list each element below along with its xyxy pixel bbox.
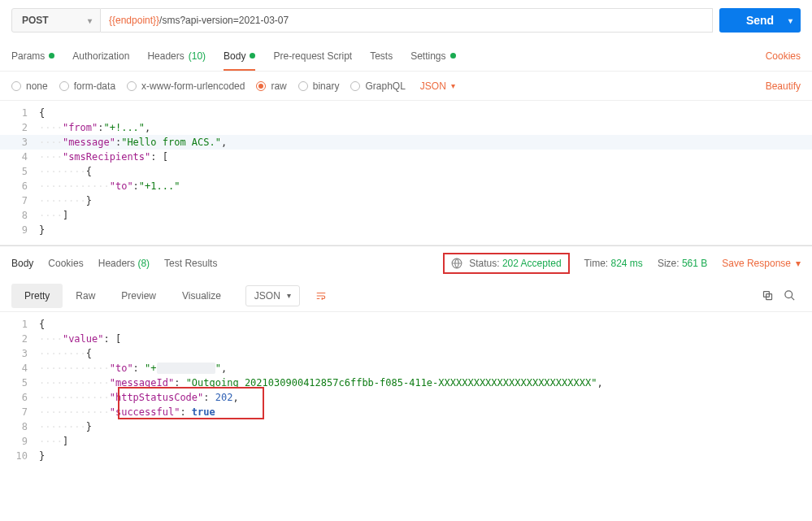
save-response-button[interactable]: Save Response▾: [722, 258, 801, 269]
raw-format-select[interactable]: JSON▾: [420, 80, 455, 92]
cookies-link[interactable]: Cookies: [766, 50, 801, 62]
tab-tests[interactable]: Tests: [370, 42, 393, 70]
time-meta: Time: 824 ms: [584, 258, 643, 269]
radio-raw[interactable]: raw: [256, 80, 286, 92]
svg-point-3: [785, 291, 792, 298]
response-tab-cookies[interactable]: Cookies: [48, 258, 83, 269]
http-method-value: POST: [22, 15, 49, 26]
radio-binary[interactable]: binary: [298, 80, 340, 92]
view-visualize[interactable]: Visualize: [169, 284, 234, 308]
status-highlight-box: Status: 202 Accepted: [443, 253, 569, 274]
send-button[interactable]: Send ▾: [719, 8, 801, 33]
tab-prerequest[interactable]: Pre-request Script: [273, 42, 352, 70]
tab-settings[interactable]: Settings: [410, 42, 455, 70]
view-raw[interactable]: Raw: [63, 284, 108, 308]
request-body-editor[interactable]: 1{ 2····"from":"+!...", 3····"message":"…: [0, 101, 812, 245]
radio-xwww[interactable]: x-www-form-urlencoded: [127, 80, 245, 92]
url-path: /sms?api-version=2021-03-07: [159, 15, 289, 26]
tab-body[interactable]: Body: [224, 42, 255, 70]
copy-button[interactable]: [757, 286, 779, 305]
indicator-dot: [49, 53, 54, 59]
search-button[interactable]: [779, 286, 801, 305]
response-body-editor[interactable]: 1{ 2····"value": [ 3········{ 4·········…: [0, 312, 812, 468]
status-meta: Status: 202 Accepted: [469, 258, 561, 269]
size-meta: Size: 561 B: [658, 258, 707, 269]
url-input[interactable]: {{endpoint}}/sms?api-version=2021-03-07: [101, 8, 713, 33]
highlight-box: [118, 387, 264, 419]
chevron-down-icon: ▾: [287, 291, 291, 300]
radio-icon: [298, 81, 308, 91]
view-preview[interactable]: Preview: [108, 284, 169, 308]
globe-icon: [451, 258, 462, 269]
indicator-dot: [450, 53, 456, 59]
tab-authorization[interactable]: Authorization: [72, 42, 129, 70]
wrap-lines-button[interactable]: [308, 286, 334, 306]
response-format-select[interactable]: JSON▾: [245, 285, 300, 306]
beautify-link[interactable]: Beautify: [766, 80, 801, 92]
body-type-row: none form-data x-www-form-urlencoded raw…: [0, 72, 812, 101]
view-pretty[interactable]: Pretty: [11, 284, 63, 308]
response-tab-test-results[interactable]: Test Results: [164, 258, 217, 269]
radio-icon: [127, 81, 137, 91]
response-toolbar: Pretty Raw Preview Visualize JSON▾: [0, 280, 812, 312]
chevron-down-icon: ▾: [796, 258, 801, 269]
radio-icon: [59, 81, 69, 91]
radio-icon: [350, 81, 360, 91]
chevron-down-icon: ▾: [451, 81, 455, 90]
radio-formdata[interactable]: form-data: [59, 80, 115, 92]
chevron-down-icon[interactable]: ▾: [788, 16, 792, 25]
tab-params[interactable]: Params: [11, 42, 54, 70]
radio-icon: [11, 81, 21, 91]
tab-headers[interactable]: Headers (10): [147, 42, 206, 70]
url-bar: POST ▾ {{endpoint}}/sms?api-version=2021…: [0, 0, 812, 41]
response-bar: Body Cookies Headers (8) Test Results St…: [0, 245, 812, 280]
request-tabs: Params Authorization Headers (10) Body P…: [0, 41, 812, 72]
radio-icon: [256, 81, 266, 91]
response-tab-headers[interactable]: Headers (8): [98, 258, 150, 269]
radio-none[interactable]: none: [11, 80, 48, 92]
radio-graphql[interactable]: GraphQL: [350, 80, 405, 92]
url-variable: {{endpoint}}: [109, 15, 159, 26]
chevron-down-icon: ▾: [88, 16, 92, 25]
response-tab-body[interactable]: Body: [11, 258, 33, 269]
http-method-select[interactable]: POST ▾: [11, 8, 101, 33]
indicator-dot: [250, 53, 255, 59]
